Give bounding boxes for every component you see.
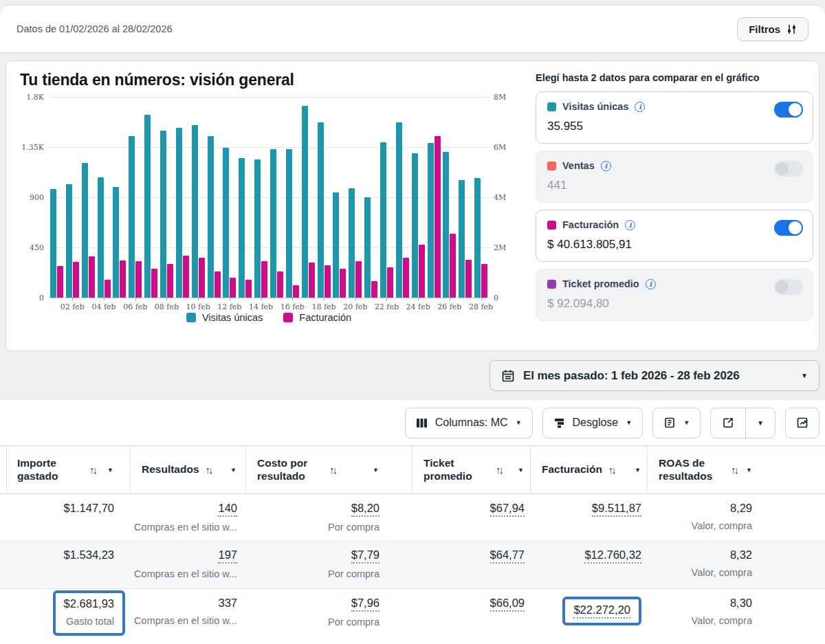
chevron-down-icon: ▼ bbox=[516, 419, 522, 426]
date-range-selector[interactable]: El mes pasado: 1 feb 2026 - 28 feb 2026 … bbox=[490, 360, 820, 391]
left-axis-tick: 0 bbox=[39, 293, 49, 302]
reports-button[interactable]: ▼ bbox=[652, 408, 701, 438]
bar-group-01feb bbox=[49, 97, 65, 298]
bar-group-28feb bbox=[473, 97, 489, 298]
table-row[interactable]: $1.534,23 197 Compras en el sitio w... $… bbox=[0, 541, 825, 588]
right-axis-tick: 4M bbox=[489, 193, 506, 202]
x-axis-tick-label: 12 feb bbox=[217, 302, 241, 311]
sort-icon[interactable]: ↑↓ bbox=[608, 464, 615, 476]
sort-icon[interactable]: ↑↓ bbox=[496, 464, 502, 476]
column-label: ROAS de resultados bbox=[659, 457, 725, 482]
column-menu-caret-icon[interactable]: ▼ bbox=[629, 467, 641, 474]
metric-swatch bbox=[547, 162, 556, 170]
legend-item-visitas[interactable]: Visitas únicas bbox=[186, 312, 263, 323]
cell-importe-total: $2.681,93 bbox=[64, 597, 114, 611]
export-options-button[interactable]: ▼ bbox=[745, 408, 775, 438]
facturacion-bar bbox=[89, 256, 95, 298]
x-axis-tick-label: 08 feb bbox=[155, 302, 179, 311]
x-axis-tick-mark bbox=[261, 298, 262, 300]
cell-resultados[interactable]: 197 bbox=[218, 548, 237, 564]
column-header-roas[interactable]: ROAS de resultados ↑↓ ▼ bbox=[648, 446, 819, 493]
cell-importe: $1.147,70 bbox=[6, 502, 114, 515]
facturacion-toggle[interactable] bbox=[774, 220, 803, 236]
bar-group-24feb bbox=[410, 97, 426, 298]
visitas-bar bbox=[333, 192, 339, 298]
table-row[interactable]: $1.147,70 140 Compras en el sitio w... $… bbox=[0, 494, 825, 541]
cell-costo[interactable]: $7,79 bbox=[351, 548, 380, 564]
cell-facturacion-total[interactable]: $22.272,20 bbox=[573, 603, 630, 619]
visitas-bar bbox=[129, 136, 135, 298]
bar-group-19feb bbox=[331, 97, 347, 298]
cell-costo-total[interactable]: $7,96 bbox=[351, 597, 380, 612]
facturacion-bar bbox=[340, 269, 346, 298]
export-button[interactable] bbox=[711, 408, 745, 438]
column-header-resultados[interactable]: Resultados ↑↓ ▼ bbox=[131, 446, 246, 493]
facturacion-bar bbox=[167, 264, 173, 298]
left-axis-tick: 1.35K bbox=[21, 143, 49, 152]
facturacion-bar bbox=[57, 266, 63, 298]
filters-sliders-icon bbox=[786, 24, 797, 34]
filters-button[interactable]: Filtros bbox=[737, 17, 808, 41]
visitas-bar bbox=[208, 136, 214, 298]
column-header-ticket-promedio[interactable]: Ticket promedio ↑↓ ▼ bbox=[412, 446, 531, 493]
column-menu-caret-icon[interactable]: ▼ bbox=[367, 467, 379, 474]
bar-group-23feb bbox=[395, 97, 410, 298]
cell-ticket-total[interactable]: $66,09 bbox=[490, 597, 525, 612]
facturacion-bar bbox=[73, 262, 79, 298]
legend-item-facturacion[interactable]: Facturación bbox=[283, 312, 351, 323]
bar-group-03feb bbox=[80, 97, 96, 298]
cell-roas-total: 8,30 bbox=[648, 597, 752, 610]
cell-facturacion[interactable]: $12.760,32 bbox=[584, 548, 641, 564]
sort-icon[interactable]: ↑↓ bbox=[89, 464, 96, 476]
info-icon[interactable] bbox=[601, 161, 611, 171]
column-menu-caret-icon[interactable]: ▼ bbox=[512, 467, 524, 474]
cell-ticket[interactable]: $67,94 bbox=[490, 502, 525, 517]
info-icon[interactable] bbox=[635, 102, 645, 112]
cell-roas: 8,32 bbox=[648, 548, 752, 562]
column-header-facturacion[interactable]: Facturación ↑↓ ▼ bbox=[531, 446, 648, 493]
bar-group-07feb bbox=[143, 97, 159, 298]
bar-group-14feb bbox=[253, 97, 269, 298]
column-header-importe-gastado[interactable]: Importe gastado ↑↓ ▼ bbox=[6, 446, 131, 493]
bar-group-17feb bbox=[300, 97, 316, 298]
cell-costo-total-sub: Por compra bbox=[246, 617, 380, 628]
columns-icon bbox=[416, 417, 428, 429]
info-icon[interactable] bbox=[625, 220, 635, 230]
columns-button[interactable]: Columnas: MC ▼ bbox=[405, 408, 533, 438]
info-icon[interactable] bbox=[646, 279, 656, 289]
cell-roas-sub: Valor, compra bbox=[648, 567, 752, 579]
ticket-promedio-toggle[interactable] bbox=[774, 279, 803, 295]
metric-swatch bbox=[547, 221, 556, 230]
columns-button-label: Columnas: MC bbox=[435, 417, 508, 429]
table-totals-row[interactable]: $2.681,93 Gasto total 337 Compras en el … bbox=[0, 588, 825, 644]
ventas-toggle[interactable] bbox=[774, 161, 803, 177]
cell-resultados[interactable]: 140 bbox=[218, 502, 237, 517]
metric-compare-panel: Elegí hasta 2 datos para comparar en el … bbox=[536, 69, 813, 328]
open-charts-button[interactable] bbox=[785, 408, 820, 438]
column-menu-caret-icon[interactable]: ▼ bbox=[102, 467, 113, 474]
column-header-costo-por-resultado[interactable]: Costo por resultado ↑↓ ▼ bbox=[246, 446, 412, 493]
visitas-bar bbox=[286, 149, 292, 298]
bar-group-11feb bbox=[206, 97, 222, 298]
breakdown-button[interactable]: Desglose ▼ bbox=[542, 408, 644, 438]
cell-resultados-total-sub: Compras en el sitio w... bbox=[131, 615, 237, 627]
metric-card-ventas: Ventas 441 bbox=[536, 151, 813, 203]
visitas-bar bbox=[474, 178, 481, 298]
column-menu-caret-icon[interactable]: ▼ bbox=[225, 467, 236, 474]
cell-costo[interactable]: $8,20 bbox=[351, 502, 380, 517]
metric-label: Ticket promedio bbox=[562, 278, 639, 289]
sort-icon[interactable]: ↑↓ bbox=[329, 464, 336, 476]
visitas-bar bbox=[396, 122, 402, 298]
facturacion-bar bbox=[120, 260, 126, 298]
visitas-toggle[interactable] bbox=[774, 102, 803, 118]
cell-facturacion[interactable]: $9.511,87 bbox=[592, 502, 641, 517]
bar-group-16feb bbox=[285, 97, 300, 298]
sort-icon[interactable]: ↑↓ bbox=[731, 464, 737, 476]
bar-group-20feb bbox=[347, 97, 363, 298]
visitas-bar bbox=[176, 128, 182, 298]
sort-icon[interactable]: ↑↓ bbox=[206, 464, 212, 476]
cell-ticket[interactable]: $64,77 bbox=[490, 548, 525, 564]
facturacion-bar bbox=[324, 265, 331, 298]
column-menu-caret-icon[interactable]: ▼ bbox=[740, 467, 752, 474]
bar-group-02feb bbox=[65, 97, 80, 298]
